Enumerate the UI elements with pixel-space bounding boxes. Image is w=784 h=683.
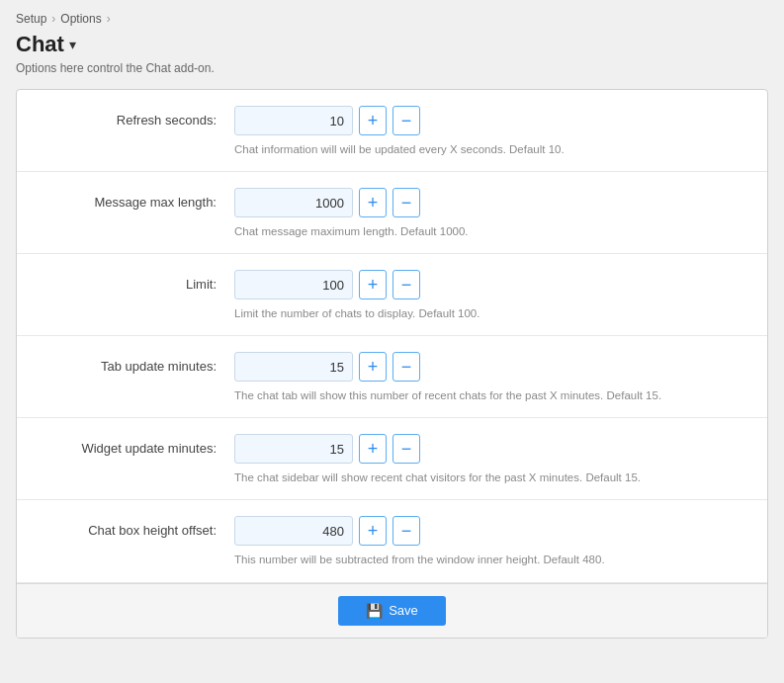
save-button[interactable]: 💾 Save	[338, 596, 446, 626]
setting-row-message-max-length: Message max length: + − Chat message max…	[17, 172, 767, 254]
setting-desc-widget-update-minutes: The chat sidebar will show recent chat v…	[234, 470, 747, 485]
setting-control-limit: + − Limit the number of chats to display…	[234, 270, 747, 321]
save-label: Save	[389, 603, 418, 618]
input-chat-box-height-offset[interactable]	[234, 516, 353, 546]
input-widget-update-minutes[interactable]	[234, 434, 353, 464]
setting-label-message-max-length: Message max length:	[37, 188, 234, 210]
breadcrumb: Setup › Options ›	[16, 12, 768, 26]
page-title-row: Chat ▾	[16, 32, 768, 57]
breadcrumb-setup[interactable]: Setup	[16, 12, 46, 26]
input-row-limit: + −	[234, 270, 747, 299]
setting-desc-limit: Limit the number of chats to display. De…	[234, 305, 747, 321]
plus-button-tab-update-minutes[interactable]: +	[359, 352, 387, 382]
input-limit[interactable]	[234, 270, 353, 299]
save-icon: 💾	[366, 603, 383, 619]
setting-row-tab-update-minutes: Tab update minutes: + − The chat tab wil…	[17, 336, 767, 418]
input-refresh-seconds[interactable]	[234, 106, 353, 135]
input-row-refresh-seconds: + −	[234, 106, 747, 135]
plus-button-message-max-length[interactable]: +	[359, 188, 387, 217]
setting-label-widget-update-minutes: Widget update minutes:	[37, 434, 234, 456]
settings-panel: Refresh seconds: + − Chat information wi…	[16, 89, 768, 639]
setting-desc-refresh-seconds: Chat information will will be updated ev…	[234, 141, 747, 157]
minus-button-chat-box-height-offset[interactable]: −	[392, 516, 420, 546]
page-wrapper: Setup › Options › Chat ▾ Options here co…	[0, 0, 784, 654]
input-row-widget-update-minutes: + −	[234, 434, 747, 464]
plus-button-chat-box-height-offset[interactable]: +	[359, 516, 387, 546]
dropdown-arrow-icon[interactable]: ▾	[69, 37, 76, 52]
setting-control-widget-update-minutes: + − The chat sidebar will show recent ch…	[234, 434, 747, 485]
setting-control-tab-update-minutes: + − The chat tab will show this number o…	[234, 352, 747, 403]
setting-row-refresh-seconds: Refresh seconds: + − Chat information wi…	[17, 90, 767, 172]
settings-rows: Refresh seconds: + − Chat information wi…	[17, 90, 767, 583]
breadcrumb-options[interactable]: Options	[60, 12, 101, 26]
plus-button-widget-update-minutes[interactable]: +	[359, 434, 387, 464]
panel-footer: 💾 Save	[17, 583, 767, 638]
minus-button-limit[interactable]: −	[392, 270, 420, 299]
setting-label-chat-box-height-offset: Chat box height offset:	[37, 516, 234, 538]
setting-control-chat-box-height-offset: + − This number will be subtracted from …	[234, 516, 747, 567]
minus-button-widget-update-minutes[interactable]: −	[392, 434, 420, 464]
plus-button-refresh-seconds[interactable]: +	[359, 106, 387, 135]
input-row-tab-update-minutes: + −	[234, 352, 747, 382]
page-title: Chat	[16, 32, 64, 57]
setting-label-tab-update-minutes: Tab update minutes:	[37, 352, 234, 374]
setting-row-limit: Limit: + − Limit the number of chats to …	[17, 254, 767, 336]
plus-button-limit[interactable]: +	[359, 270, 387, 299]
page-subtitle: Options here control the Chat add-on.	[16, 61, 768, 75]
breadcrumb-sep-2: ›	[107, 12, 111, 26]
input-message-max-length[interactable]	[234, 188, 353, 217]
minus-button-tab-update-minutes[interactable]: −	[392, 352, 420, 382]
input-tab-update-minutes[interactable]	[234, 352, 353, 382]
breadcrumb-sep-1: ›	[51, 12, 55, 26]
setting-desc-tab-update-minutes: The chat tab will show this number of re…	[234, 387, 747, 403]
minus-button-message-max-length[interactable]: −	[392, 188, 420, 217]
setting-label-refresh-seconds: Refresh seconds:	[37, 106, 234, 128]
input-row-message-max-length: + −	[234, 188, 747, 217]
minus-button-refresh-seconds[interactable]: −	[392, 106, 420, 135]
setting-desc-chat-box-height-offset: This number will be subtracted from the …	[234, 552, 747, 567]
setting-row-widget-update-minutes: Widget update minutes: + − The chat side…	[17, 418, 767, 500]
setting-control-refresh-seconds: + − Chat information will will be update…	[234, 106, 747, 157]
setting-desc-message-max-length: Chat message maximum length. Default 100…	[234, 223, 747, 239]
setting-control-message-max-length: + − Chat message maximum length. Default…	[234, 188, 747, 239]
input-row-chat-box-height-offset: + −	[234, 516, 747, 546]
setting-label-limit: Limit:	[37, 270, 234, 292]
setting-row-chat-box-height-offset: Chat box height offset: + − This number …	[17, 500, 767, 582]
